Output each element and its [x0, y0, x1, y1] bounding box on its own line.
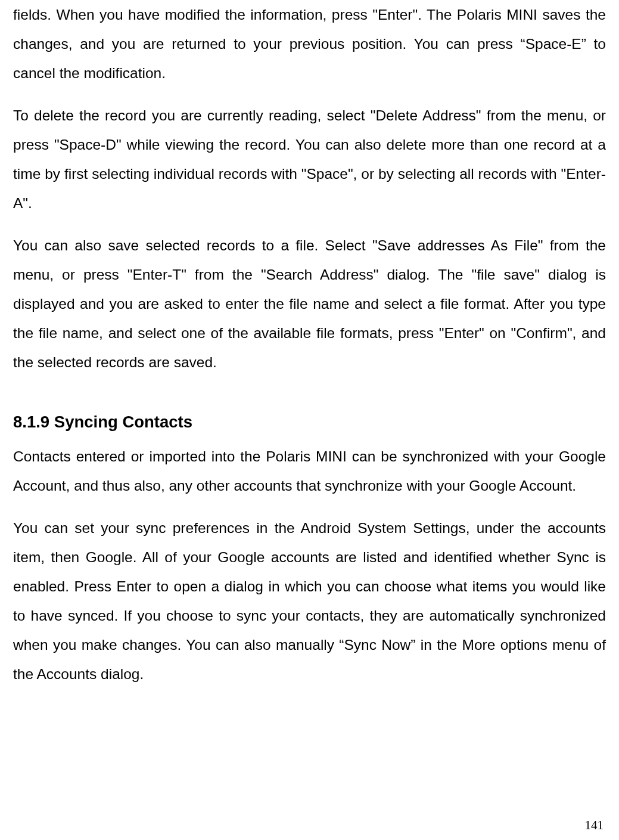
document-content: fields. When you have modified the infor… — [13, 0, 606, 689]
body-paragraph: You can also save selected records to a … — [13, 231, 606, 377]
body-paragraph: Contacts entered or imported into the Po… — [13, 442, 606, 500]
body-paragraph: To delete the record you are currently r… — [13, 101, 606, 218]
body-paragraph: fields. When you have modified the infor… — [13, 0, 606, 88]
body-paragraph: You can set your sync preferences in the… — [13, 513, 606, 689]
section-heading: 8.1.9 Syncing Contacts — [13, 405, 606, 438]
page-number: 141 — [585, 818, 604, 833]
